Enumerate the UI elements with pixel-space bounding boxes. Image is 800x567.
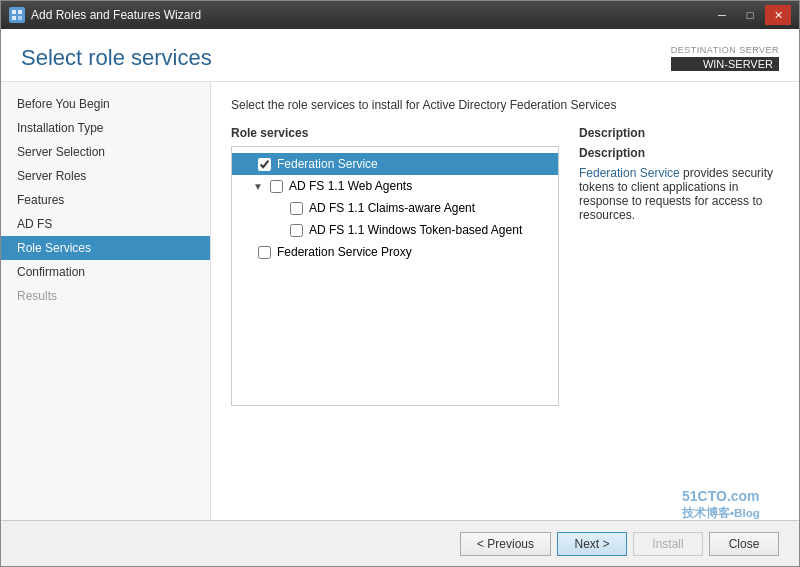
maximize-button[interactable]: □ bbox=[737, 5, 763, 25]
label-federation-service: Federation Service bbox=[277, 157, 378, 171]
column-headers: Role services Description bbox=[231, 126, 779, 140]
main-content: Before You Begin Installation Type Serve… bbox=[1, 82, 799, 520]
destination-server: DESTINATION SERVER WIN-SERVER bbox=[671, 45, 779, 71]
role-item-claims-aware[interactable]: AD FS 1.1 Claims-aware Agent bbox=[232, 197, 558, 219]
window-title: Add Roles and Features Wizard bbox=[31, 8, 201, 22]
sidebar-item-server-selection[interactable]: Server Selection bbox=[1, 140, 210, 164]
role-item-web-agents[interactable]: ▼ AD FS 1.1 Web Agents bbox=[232, 175, 558, 197]
titlebar: Add Roles and Features Wizard ─ □ ✕ bbox=[1, 1, 799, 29]
role-item-service-proxy[interactable]: Federation Service Proxy bbox=[232, 241, 558, 263]
svg-rect-3 bbox=[18, 16, 22, 20]
description-col: Description Federation Service provides … bbox=[579, 146, 779, 406]
svg-rect-0 bbox=[12, 10, 16, 14]
window-icon bbox=[9, 7, 25, 23]
label-token-based: AD FS 1.1 Windows Token-based Agent bbox=[309, 223, 522, 237]
sidebar-item-features[interactable]: Features bbox=[1, 188, 210, 212]
close-button-footer[interactable]: Close bbox=[709, 532, 779, 556]
role-item-federation-service[interactable]: Federation Service bbox=[232, 153, 558, 175]
server-name: WIN-SERVER bbox=[671, 57, 779, 71]
main-window: Add Roles and Features Wizard ─ □ ✕ Sele… bbox=[0, 0, 800, 567]
checkbox-web-agents[interactable] bbox=[270, 180, 283, 193]
sidebar-item-role-services[interactable]: Role Services bbox=[1, 236, 210, 260]
svg-rect-2 bbox=[12, 16, 16, 20]
description-text: Federation Service provides security tok… bbox=[579, 166, 779, 222]
footer: < Previous Next > Install Close bbox=[1, 520, 799, 566]
sidebar-item-ad-fs[interactable]: AD FS bbox=[1, 212, 210, 236]
titlebar-left: Add Roles and Features Wizard bbox=[9, 7, 201, 23]
role-services-box: Federation Service ▼ AD FS 1.1 Web Agent… bbox=[231, 146, 559, 406]
window-controls: ─ □ ✕ bbox=[709, 5, 791, 25]
sidebar-item-installation-type[interactable]: Installation Type bbox=[1, 116, 210, 140]
panel: Select the role services to install for … bbox=[211, 82, 799, 520]
checkbox-federation-service[interactable] bbox=[258, 158, 271, 171]
label-claims-aware: AD FS 1.1 Claims-aware Agent bbox=[309, 201, 475, 215]
label-service-proxy: Federation Service Proxy bbox=[277, 245, 412, 259]
panel-intro: Select the role services to install for … bbox=[231, 98, 779, 112]
expander-web-agents: ▼ bbox=[252, 181, 264, 192]
checkbox-service-proxy[interactable] bbox=[258, 246, 271, 259]
content-area: Select role services DESTINATION SERVER … bbox=[1, 29, 799, 566]
sidebar-item-confirmation[interactable]: Confirmation bbox=[1, 260, 210, 284]
svg-rect-1 bbox=[18, 10, 22, 14]
install-button[interactable]: Install bbox=[633, 532, 703, 556]
destination-label: DESTINATION SERVER bbox=[671, 45, 779, 55]
description-link: Federation Service bbox=[579, 166, 680, 180]
header-bar: Select role services DESTINATION SERVER … bbox=[1, 29, 799, 82]
col-header-role-services: Role services bbox=[231, 126, 559, 140]
next-button[interactable]: Next > bbox=[557, 532, 627, 556]
close-button[interactable]: ✕ bbox=[765, 5, 791, 25]
two-column-layout: Federation Service ▼ AD FS 1.1 Web Agent… bbox=[231, 146, 779, 406]
label-web-agents: AD FS 1.1 Web Agents bbox=[289, 179, 412, 193]
role-item-token-based[interactable]: AD FS 1.1 Windows Token-based Agent bbox=[232, 219, 558, 241]
page-title: Select role services bbox=[21, 45, 212, 71]
checkbox-claims-aware[interactable] bbox=[290, 202, 303, 215]
sidebar-item-results[interactable]: Results bbox=[1, 284, 210, 308]
description-title: Description bbox=[579, 146, 779, 160]
minimize-button[interactable]: ─ bbox=[709, 5, 735, 25]
sidebar-item-before-you-begin[interactable]: Before You Begin bbox=[1, 92, 210, 116]
sidebar-item-server-roles[interactable]: Server Roles bbox=[1, 164, 210, 188]
sidebar: Before You Begin Installation Type Serve… bbox=[1, 82, 211, 520]
previous-button[interactable]: < Previous bbox=[460, 532, 551, 556]
col-header-description: Description bbox=[579, 126, 779, 140]
checkbox-token-based[interactable] bbox=[290, 224, 303, 237]
